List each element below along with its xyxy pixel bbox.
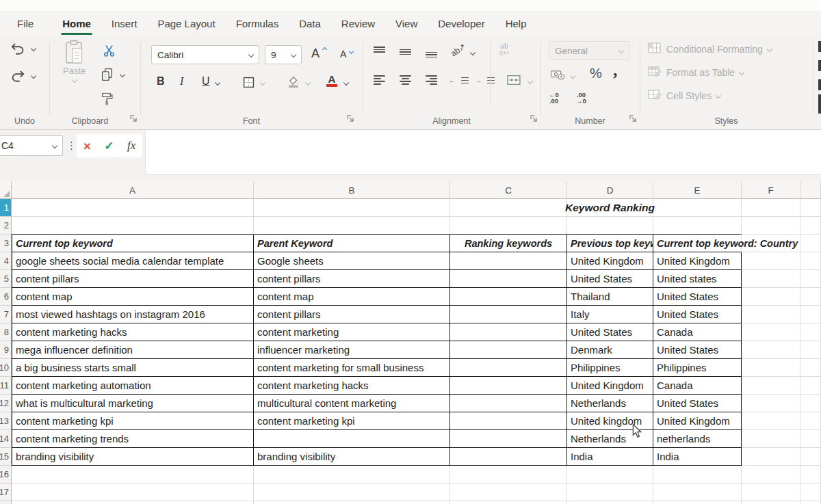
cell-F11[interactable] bbox=[742, 377, 800, 395]
cell-F6[interactable] bbox=[742, 288, 800, 306]
cell-B8[interactable]: content marketing bbox=[254, 323, 450, 341]
column-header-F[interactable]: F bbox=[742, 182, 800, 199]
cell-E12[interactable]: United States bbox=[653, 395, 742, 412]
orientation-dropdown[interactable] bbox=[470, 50, 475, 55]
cell-F17[interactable] bbox=[742, 483, 800, 501]
cell-D18[interactable] bbox=[567, 501, 653, 504]
cell-G18[interactable] bbox=[800, 501, 821, 504]
accounting-format-button[interactable] bbox=[550, 68, 565, 81]
cell-E3[interactable]: Current top keyword: Country bbox=[653, 235, 742, 252]
redo-dropdown[interactable] bbox=[31, 73, 36, 79]
cell-G11[interactable] bbox=[800, 377, 821, 395]
row-header-8[interactable]: 8 bbox=[0, 323, 12, 341]
cell-F12[interactable] bbox=[742, 395, 800, 412]
row-header-4[interactable]: 4 bbox=[0, 252, 12, 270]
borders-dropdown[interactable] bbox=[260, 80, 265, 85]
cell-E6[interactable]: United States bbox=[653, 288, 742, 306]
cell-G3[interactable] bbox=[800, 235, 821, 252]
undo-button[interactable] bbox=[10, 41, 26, 56]
cell-C15[interactable] bbox=[450, 448, 567, 466]
cell-B18[interactable] bbox=[254, 501, 450, 504]
cell-D16[interactable] bbox=[567, 466, 653, 483]
cell-C4[interactable] bbox=[450, 252, 567, 270]
row-header-11[interactable]: 11 bbox=[0, 377, 12, 395]
row-header-6[interactable]: 6 bbox=[0, 288, 12, 306]
tab-formulas[interactable]: Formulas bbox=[226, 11, 289, 36]
cell-E15[interactable]: India bbox=[653, 448, 742, 466]
sheet-title-cell[interactable]: Keyword Ranking bbox=[567, 199, 653, 217]
align-center-button[interactable] bbox=[400, 75, 411, 85]
copy-dropdown[interactable] bbox=[120, 72, 125, 77]
decrease-decimal-button[interactable]: .00 →0 bbox=[576, 92, 586, 104]
cell-C1[interactable] bbox=[450, 199, 567, 217]
row-header-5[interactable]: 5 bbox=[0, 270, 12, 288]
cell-B15[interactable]: branding visibility bbox=[254, 448, 450, 466]
column-header-A[interactable]: A bbox=[12, 182, 254, 199]
cell-A17[interactable] bbox=[12, 483, 254, 501]
cell-G8[interactable] bbox=[800, 323, 821, 341]
conditional-formatting-button[interactable]: Conditional Formatting bbox=[648, 42, 772, 56]
cell-F10[interactable] bbox=[742, 359, 800, 377]
cell-D11[interactable]: United Kingdom bbox=[567, 377, 653, 395]
cell-G16[interactable] bbox=[800, 466, 821, 483]
cell-F7[interactable] bbox=[742, 306, 800, 323]
cell-D7[interactable]: Italy bbox=[567, 306, 653, 323]
formula-input[interactable] bbox=[145, 130, 821, 175]
cell-B10[interactable]: content marketing for small business bbox=[254, 359, 450, 377]
cell-B3[interactable]: Parent Keyword bbox=[254, 235, 450, 252]
format-painter-button[interactable] bbox=[100, 92, 114, 106]
row-header-3[interactable]: 3 bbox=[0, 235, 12, 252]
row-header-12[interactable]: 12 bbox=[0, 395, 12, 412]
column-header-E[interactable]: E bbox=[653, 182, 742, 199]
cell-F16[interactable] bbox=[742, 466, 800, 483]
row-header-2[interactable]: 2 bbox=[0, 217, 12, 235]
font-dialog-launcher[interactable] bbox=[346, 114, 355, 123]
row-header-14[interactable]: 14 bbox=[0, 430, 12, 448]
cell-B16[interactable] bbox=[254, 466, 450, 483]
row-header-1[interactable]: 1 bbox=[0, 199, 12, 217]
align-bottom-button[interactable] bbox=[426, 47, 437, 57]
tab-page-layout[interactable]: Page Layout bbox=[147, 11, 225, 36]
cell-F13[interactable] bbox=[742, 412, 800, 430]
column-header-C[interactable]: C bbox=[450, 182, 567, 199]
cell-D15[interactable]: India bbox=[567, 448, 653, 466]
cell-G15[interactable] bbox=[800, 448, 821, 466]
format-as-table-button[interactable]: Format as Table bbox=[648, 66, 744, 79]
cell-A15[interactable]: branding visibility bbox=[12, 448, 254, 466]
cell-C8[interactable] bbox=[450, 323, 567, 341]
underline-dropdown[interactable] bbox=[215, 80, 220, 85]
paste-button[interactable]: Paste bbox=[63, 40, 86, 82]
cell-A5[interactable]: content pillars bbox=[12, 270, 254, 288]
name-box-dropdown[interactable] bbox=[52, 143, 57, 148]
cell-E13[interactable]: United Kingdom bbox=[653, 412, 742, 430]
cut-button[interactable] bbox=[103, 44, 116, 57]
decrease-font-button[interactable]: A bbox=[340, 49, 350, 59]
cell-C14[interactable] bbox=[450, 430, 567, 448]
cell-A18[interactable] bbox=[12, 501, 254, 504]
cell-F8[interactable] bbox=[742, 323, 800, 341]
cell-C6[interactable] bbox=[450, 288, 567, 306]
row-header-17[interactable]: 17 bbox=[0, 483, 12, 501]
cell-F1[interactable] bbox=[742, 199, 800, 217]
cell-E14[interactable]: netherlands bbox=[653, 430, 742, 448]
cell-A10[interactable]: a big business starts small bbox=[12, 359, 254, 377]
cell-B2[interactable] bbox=[254, 217, 450, 235]
cell-D4[interactable]: United Kingdom bbox=[567, 252, 653, 270]
align-top-button[interactable] bbox=[374, 47, 385, 57]
orientation-button[interactable]: ab↗ bbox=[449, 42, 467, 59]
cell-styles-button[interactable]: Cell Styles bbox=[648, 89, 720, 103]
cell-C2[interactable] bbox=[450, 217, 567, 235]
cell-D10[interactable]: Philippines bbox=[567, 359, 653, 377]
cell-G13[interactable] bbox=[800, 412, 821, 430]
align-right-button[interactable] bbox=[426, 75, 437, 85]
cell-E10[interactable]: Philippines bbox=[653, 359, 742, 377]
cell-A7[interactable]: most viewed hashtags on instagram 2016 bbox=[12, 306, 254, 323]
cell-E7[interactable]: United States bbox=[653, 306, 742, 323]
cell-F15[interactable] bbox=[742, 448, 800, 466]
enter-button[interactable]: ✓ bbox=[104, 139, 114, 153]
tab-developer[interactable]: Developer bbox=[428, 11, 495, 36]
cell-C10[interactable] bbox=[450, 359, 567, 377]
italic-button[interactable]: I bbox=[180, 75, 183, 88]
cell-E11[interactable]: Canada bbox=[653, 377, 742, 395]
cell-G17[interactable] bbox=[800, 483, 821, 501]
